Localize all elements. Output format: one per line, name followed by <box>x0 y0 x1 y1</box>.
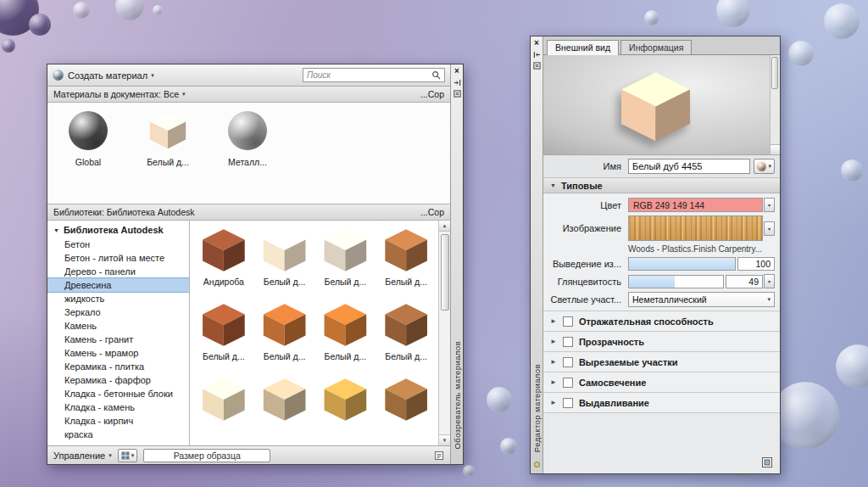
expand-icon[interactable]: ► <box>550 399 557 406</box>
expand-icon[interactable]: ► <box>550 378 557 386</box>
fade-slider[interactable] <box>628 257 736 271</box>
auto-hide-icon[interactable] <box>453 79 461 87</box>
scroll-up-icon[interactable]: ▲ <box>439 221 450 232</box>
sample-size-control[interactable]: Размер образца <box>143 449 270 462</box>
preview-scrollbar[interactable] <box>770 55 780 154</box>
tree-item[interactable]: Бетон <box>47 238 189 251</box>
section-checkbox[interactable] <box>563 357 573 367</box>
scrollbar-thumb[interactable] <box>771 57 778 89</box>
tree-item[interactable]: Бетон - литой на месте <box>47 251 189 265</box>
search-icon[interactable] <box>431 70 441 80</box>
grid-scrollbar[interactable]: ▲ ▼ <box>438 221 450 445</box>
material-label: Белый д... <box>385 277 427 288</box>
gloss-label: Глянцевитость <box>543 277 628 287</box>
tree-item-selected[interactable]: Древесина <box>47 278 189 292</box>
material-swatch[interactable]: Белый д... <box>315 300 376 375</box>
close-icon[interactable]: × <box>454 67 459 76</box>
section-checkbox[interactable] <box>563 398 573 408</box>
material-name-input[interactable] <box>628 159 750 174</box>
tree-item[interactable]: Камень <box>47 319 189 333</box>
tree-item[interactable]: жидкость <box>47 292 189 305</box>
section-transparency[interactable]: ► Прозрачность <box>543 331 780 351</box>
material-swatch[interactable]: Белый д... <box>254 300 315 375</box>
section-self-illumination[interactable]: ► Самосвечение <box>543 372 780 392</box>
tree-item[interactable]: краска <box>47 428 189 441</box>
tree-item[interactable]: Кладка - кирпич <box>47 414 189 428</box>
scroll-down-icon[interactable] <box>771 144 780 154</box>
material-swatch[interactable]: Белый д... <box>193 300 254 375</box>
material-swatch-button[interactable]: ▾ <box>754 159 775 174</box>
material-cube <box>322 302 368 348</box>
tree-root-library[interactable]: ▼ Библиотека Autodesk <box>47 223 189 238</box>
gloss-dropdown-button[interactable]: ▾ <box>764 274 775 288</box>
create-material-button[interactable]: Создать материал ▾ <box>68 70 154 81</box>
material-cube <box>201 302 247 348</box>
expand-icon[interactable]: ► <box>550 338 557 345</box>
documents-filter-label[interactable]: Материалы в документах: Все <box>53 89 179 99</box>
tree-item[interactable]: Зеркало <box>47 305 189 319</box>
tree-item[interactable]: Керамика - плитка <box>47 360 189 373</box>
scrollbar-thumb[interactable] <box>441 234 449 311</box>
expand-icon[interactable]: ► <box>550 317 557 325</box>
section-reflectivity[interactable]: ► Отражательная способность <box>543 311 780 331</box>
material-swatch[interactable] <box>254 375 315 445</box>
material-swatch[interactable]: Белый д... <box>315 226 376 300</box>
scroll-down-icon[interactable]: ▼ <box>439 434 450 445</box>
options-icon[interactable] <box>434 451 444 461</box>
properties-icon[interactable] <box>533 62 541 70</box>
expand-icon[interactable]: ► <box>550 358 557 366</box>
document-material-item[interactable]: Global <box>61 111 115 204</box>
tree-item[interactable]: Керамика - фарфор <box>47 373 189 387</box>
color-dropdown-button[interactable]: ▾ <box>764 198 775 212</box>
material-label: Металл... <box>228 157 267 167</box>
collapse-icon[interactable]: ▼ <box>550 182 556 188</box>
material-swatch[interactable] <box>376 375 437 445</box>
tree-expand-icon[interactable]: ▼ <box>53 227 59 233</box>
chevron-down-icon[interactable]: ▾ <box>182 91 186 98</box>
section-cutouts[interactable]: ► Вырезаемые участки <box>543 351 780 372</box>
fade-value[interactable]: 100 <box>737 257 775 271</box>
document-material-item[interactable]: Металл... <box>220 111 275 204</box>
section-label: Прозрачность <box>579 337 644 347</box>
material-swatch[interactable]: Андироба <box>193 226 254 300</box>
section-checkbox[interactable] <box>563 316 573 327</box>
material-cube <box>383 227 429 273</box>
gloss-slider[interactable] <box>628 275 724 288</box>
documents-sort-button[interactable]: ...Сор <box>420 89 444 99</box>
tree-item[interactable]: Кладка - камень <box>47 400 189 414</box>
material-swatch[interactable]: Белый д... <box>254 226 315 300</box>
document-material-item[interactable]: Белый д... <box>141 111 195 204</box>
tree-item[interactable]: Камень - гранит <box>47 333 189 346</box>
tree-item[interactable]: Дерево - панели <box>47 265 189 278</box>
section-checkbox[interactable] <box>563 337 573 347</box>
color-value-field[interactable]: RGB 249 149 144 <box>628 198 763 212</box>
rail-options-icon[interactable] <box>533 461 541 468</box>
image-caption: Woods - Plastics.Finish Carpentry... <box>628 244 775 254</box>
section-header-generic[interactable]: ▼ Типовые <box>543 177 780 193</box>
image-dropdown-button[interactable]: ▾ <box>764 221 775 236</box>
image-texture-swatch[interactable] <box>628 216 763 241</box>
image-row: Изображение ▾ <box>543 216 775 241</box>
section-label: Вырезаемые участки <box>579 357 678 367</box>
properties-icon[interactable] <box>453 90 461 98</box>
section-checkbox[interactable] <box>563 378 573 388</box>
image-label: Изображение <box>543 223 628 233</box>
view-mode-button[interactable]: ▾ <box>118 449 138 462</box>
search-input[interactable]: Поиск <box>303 68 445 82</box>
section-bump[interactable]: ► Выдавливание <box>543 392 780 412</box>
material-swatch[interactable]: Белый д... <box>376 226 437 300</box>
material-swatch[interactable]: Белый д... <box>376 300 437 375</box>
manage-button[interactable]: Управление ▾ <box>53 451 112 461</box>
tree-item[interactable]: Кладка - бетонные блоки <box>47 387 189 400</box>
material-swatch[interactable] <box>315 375 376 445</box>
open-library-icon[interactable] <box>761 456 773 468</box>
gloss-value[interactable]: 49 <box>726 275 763 288</box>
close-icon[interactable]: × <box>534 39 539 48</box>
library-sort-button[interactable]: ...Сор <box>420 207 444 217</box>
material-swatch[interactable] <box>193 375 254 445</box>
tab-information[interactable]: Информация <box>620 40 692 54</box>
highlights-select[interactable]: Неметаллический ▾ <box>628 292 775 307</box>
tab-appearance[interactable]: Внешний вид <box>547 40 619 55</box>
auto-hide-icon[interactable] <box>533 51 541 59</box>
tree-item[interactable]: Камень - мрамор <box>47 346 189 360</box>
